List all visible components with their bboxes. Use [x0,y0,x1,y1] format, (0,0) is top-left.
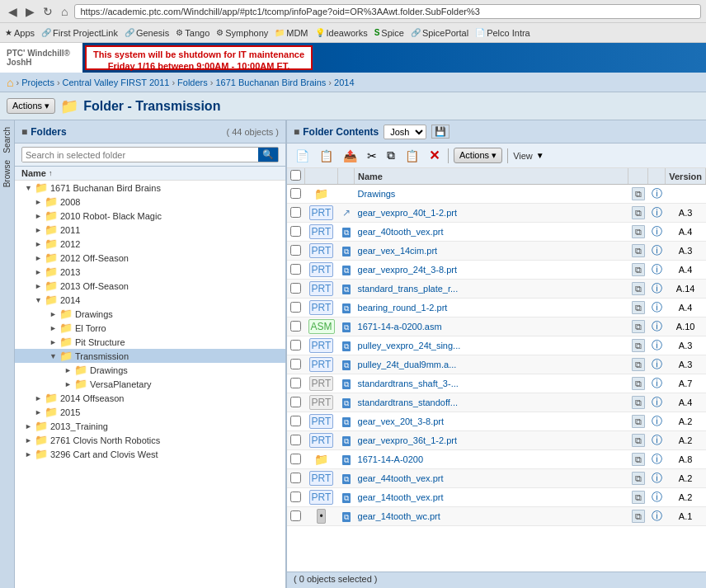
tree-toggle-icon[interactable]: ► [64,380,73,388]
table-row[interactable]: PRT⧉pulley_vexpro_24t_sing...⧉ⓘA.3 [287,336,706,355]
file-action-icon[interactable]: ⧉ [628,431,648,450]
file-info-button[interactable]: ⓘ [648,261,666,280]
tree-toggle-icon[interactable]: ► [35,254,43,262]
paste-button[interactable]: 📋 [402,148,422,164]
file-action-icon[interactable]: ⧉ [628,450,648,469]
file-action-icon[interactable]: ⧉ [628,412,648,431]
table-row[interactable]: PRT⧉gear_vex_20t_3-8.prt⧉ⓘA.2 [287,412,706,431]
file-action-icon[interactable]: ⧉ [628,507,648,526]
tree-toggle-icon[interactable]: ► [35,212,43,220]
bookmark-ideaworks[interactable]: 💡 Ideaworks [315,28,368,38]
file-action-icon[interactable]: ⧉ [628,336,648,355]
file-name[interactable]: 1671-14-A-0200 [355,450,628,469]
file-name[interactable]: standardtrans_standoff... [355,393,628,412]
contents-actions-button[interactable]: Actions ▾ [454,148,502,163]
file-name[interactable]: gear_14tooth_vex.prt [355,488,628,507]
row-checkbox[interactable] [290,510,301,521]
tree-toggle-icon[interactable]: ► [49,324,58,332]
tree-item[interactable]: ►📁2010 Robot- Black Magic [15,209,285,223]
table-row[interactable]: PRT↗gear_vexpro_40t_1-2.prt⧉ⓘA.3 [287,204,706,223]
file-action-icon[interactable]: ⧉ [628,318,648,336]
file-action-icon[interactable]: ⧉ [628,261,648,280]
file-action-icon[interactable]: ⧉ [628,185,648,204]
actions-button[interactable]: Actions ▾ [7,98,55,114]
tree-toggle-icon[interactable]: ► [49,310,58,318]
folders-collapse-btn[interactable]: ■ [21,126,27,138]
file-action-icon[interactable]: ⧉ [628,355,648,374]
search-tab[interactable]: Search [2,124,12,157]
row-checkbox[interactable] [290,473,301,483]
file-info-button[interactable]: ⓘ [648,280,666,299]
cut-button[interactable]: ✂ [364,148,380,164]
file-name[interactable]: Drawings [355,185,628,204]
bookmark-mdm[interactable]: 📁 MDM [275,28,308,38]
file-name[interactable]: gear_vex_20t_3-8.prt [355,412,628,431]
row-checkbox[interactable] [290,226,301,237]
row-checkbox[interactable] [290,416,301,426]
row-checkbox[interactable] [290,378,301,388]
table-row[interactable]: 📁⧉1671-14-A-0200⧉ⓘA.8 [287,450,706,469]
tree-item[interactable]: ▼📁1671 Buchanan Bird Brains [15,181,285,195]
file-info-button[interactable]: ⓘ [648,204,666,223]
file-info-button[interactable]: ⓘ [648,355,666,374]
file-info-button[interactable]: ⓘ [648,336,666,355]
table-row[interactable]: PRT⧉gear_40tooth_vex.prt⧉ⓘA.4 [287,223,706,242]
file-action-icon[interactable]: ⧉ [628,223,648,242]
breadcrumb-team[interactable]: 1671 Buchanan Bird Brains [215,78,326,87]
row-checkbox[interactable] [290,188,301,199]
tree-item[interactable]: ►📁VersaPlanetary [15,377,285,391]
tree-toggle-icon[interactable]: ► [35,198,43,206]
file-info-button[interactable]: ⓘ [648,223,666,242]
tree-toggle-icon[interactable]: ► [35,408,43,416]
checkin-button[interactable]: 📋 [316,148,337,164]
table-row[interactable]: PRT⧉gear_14tooth_vex.prt⧉ⓘA.2 [287,488,706,507]
file-name[interactable]: gear_vex_14cim.prt [355,242,628,261]
table-row[interactable]: PRT⧉gear_vex_14cim.prt⧉ⓘA.3 [287,242,706,261]
table-row[interactable]: PRT⧉gear_44tooth_vex.prt⧉ⓘA.2 [287,469,706,488]
tree-item[interactable]: ►📁2013_Training [15,419,285,433]
table-row[interactable]: PRT⧉pulley_24t_dual9mm.a...⧉ⓘA.3 [287,355,706,374]
tree-toggle-icon[interactable]: ► [35,226,43,234]
row-checkbox[interactable] [290,207,301,218]
tree-item[interactable]: ►📁2008 [15,195,285,209]
view-dropdown-icon[interactable]: ▼ [536,151,544,160]
tree-toggle-icon[interactable]: ► [49,338,58,346]
home-button[interactable]: ⌂ [58,3,71,20]
url-bar[interactable] [74,4,701,19]
tree-toggle-icon[interactable]: ► [35,268,43,276]
file-name[interactable]: gear_vexpro_40t_1-2.prt [355,204,628,223]
file-info-button[interactable]: ⓘ [648,412,666,431]
search-input[interactable] [22,148,258,162]
file-info-button[interactable]: ⓘ [648,393,666,412]
tree-toggle-icon[interactable]: ► [35,240,43,248]
breadcrumb-folders[interactable]: Folders [177,78,208,87]
row-checkbox[interactable] [290,302,301,313]
tree-toggle-icon[interactable]: ► [64,366,73,374]
bookmark-pelco[interactable]: 📄 Pelco Intra [475,28,530,38]
tree-item[interactable]: ►📁Pit Structure [15,335,285,349]
breadcrumb-current[interactable]: 2014 [334,78,354,87]
file-action-icon[interactable]: ⧉ [628,374,648,393]
file-action-icon[interactable]: ⧉ [628,280,648,299]
tree-item[interactable]: ►📁2014 Offseason [15,391,285,405]
search-button[interactable]: 🔍 [258,148,278,162]
sort-arrow-icon[interactable]: ↑ [49,169,53,177]
row-checkbox[interactable] [290,340,301,350]
tree-item[interactable]: ►📁2011 [15,223,285,237]
file-action-icon[interactable]: ⧉ [628,488,648,507]
tree-toggle-icon[interactable]: ▼ [25,184,33,192]
home-icon[interactable]: ⌂ [7,76,13,89]
bookmark-genesis[interactable]: 🔗 Genesis [125,28,169,38]
row-checkbox[interactable] [290,454,301,464]
table-row[interactable]: PRT⧉gear_vexpro_24t_3-8.prt⧉ⓘA.4 [287,261,706,280]
row-checkbox[interactable] [290,397,301,407]
file-info-button[interactable]: ⓘ [648,469,666,488]
bookmark-symphony[interactable]: ⚙ Symphony [216,28,268,38]
contents-collapse-btn[interactable]: ■ [294,126,299,138]
file-info-button[interactable]: ⓘ [648,507,666,526]
tree-item[interactable]: ►📁2761 Clovis North Robotics [15,433,285,447]
file-info-button[interactable]: ⓘ [648,318,666,336]
table-row[interactable]: PRT⧉standard_trans_plate_r...⧉ⓘA.14 [287,280,706,299]
tree-item[interactable]: ▼📁2014 [15,293,285,307]
breadcrumb-year[interactable]: Central Valley FIRST 2011 [63,78,170,87]
